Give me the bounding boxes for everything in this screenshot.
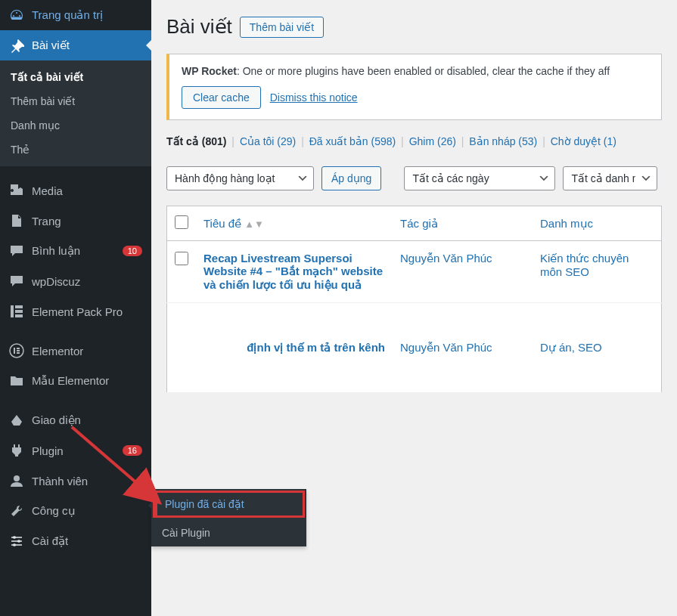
table-row: Recap Livestream Supersoi Website #4 – "… <box>167 241 662 303</box>
page-header: Bài viết Thêm bài viết <box>166 15 662 39</box>
wp-rocket-notice: WP Rocket: One or more plugins have been… <box>166 54 662 120</box>
svg-rect-5 <box>14 348 15 354</box>
svg-point-15 <box>13 543 16 546</box>
page-icon <box>9 213 24 228</box>
admin-sidebar: Trang quản trị Bài viết Tất cả bài viết … <box>0 0 151 616</box>
sidebar-item-elementor-templates[interactable]: Mẫu Elementor <box>0 366 151 396</box>
filter-published[interactable]: Đã xuất bản (598) <box>309 135 396 147</box>
sidebar-label: Cài đặt <box>32 534 142 548</box>
select-all-header <box>167 206 197 241</box>
svg-rect-8 <box>17 352 20 354</box>
author-link[interactable]: Nguyễn Văn Phúc <box>400 341 492 354</box>
filter-all[interactable]: Tất cả (801) <box>166 135 226 147</box>
comments-badge: 10 <box>123 246 142 256</box>
svg-rect-3 <box>15 314 23 317</box>
post-title-link[interactable]: Recap Livestream Supersoi Website #4 – "… <box>203 252 383 291</box>
sidebar-item-wpdiscuz[interactable]: wpDiscuz <box>0 266 151 296</box>
submenu-tags[interactable]: Thẻ <box>0 138 151 162</box>
categories-header[interactable]: Danh mục <box>533 206 662 241</box>
flyout-installed-plugins[interactable]: Plugin đã cài đặt <box>153 491 305 518</box>
sidebar-item-dashboard[interactable]: Trang quản trị <box>0 0 151 30</box>
notice-text: WP Rocket: One or more plugins have been… <box>182 65 649 77</box>
sidebar-label: Elementor <box>32 345 142 358</box>
bulk-action-select[interactable]: Hành động hàng loạt <box>166 166 314 190</box>
category-link[interactable]: Dự án, SEO <box>540 341 602 354</box>
submenu-categories[interactable]: Danh mục <box>0 113 151 138</box>
filter-pending[interactable]: Chờ duyệt (1) <box>551 135 616 147</box>
notice-actions: Clear cache Dismiss this notice <box>182 86 649 109</box>
table-controls: Hành động hàng loạt Áp dụng Tất cả các n… <box>166 166 662 190</box>
wpdiscuz-icon <box>9 274 24 289</box>
add-new-button[interactable]: Thêm bài viết <box>240 17 324 38</box>
media-icon <box>9 183 24 198</box>
author-link[interactable]: Nguyễn Văn Phúc <box>400 252 492 265</box>
date-filter-select[interactable]: Tất cả các ngày <box>404 166 555 190</box>
svg-point-9 <box>14 475 20 481</box>
sidebar-item-tools[interactable]: Công cụ <box>0 496 151 526</box>
sidebar-label: Bình luận <box>32 244 119 258</box>
author-header[interactable]: Tác giả <box>393 206 533 241</box>
posts-table: Tiêu đề▲▼ Tác giả Danh mục Recap Livestr… <box>166 206 662 393</box>
sidebar-label: wpDiscuz <box>32 275 142 288</box>
sidebar-item-pages[interactable]: Trang <box>0 206 151 236</box>
tools-icon <box>9 503 24 518</box>
sidebar-label: Element Pack Pro <box>32 305 142 318</box>
elementor-icon <box>9 343 24 358</box>
sidebar-item-appearance[interactable]: Giao diện <box>0 405 151 435</box>
sidebar-label: Media <box>32 184 142 197</box>
sidebar-item-posts[interactable]: Bài viết <box>0 30 151 60</box>
title-header[interactable]: Tiêu đề▲▼ <box>196 206 393 241</box>
sidebar-item-users[interactable]: Thành viên <box>0 466 151 496</box>
svg-rect-7 <box>17 350 20 351</box>
submenu-add-post[interactable]: Thêm bài viết <box>0 89 151 113</box>
clear-cache-button[interactable]: Clear cache <box>182 86 261 109</box>
dismiss-notice-link[interactable]: Dismiss this notice <box>270 91 358 104</box>
sidebar-label: Thành viên <box>32 475 142 488</box>
filter-mine[interactable]: Của tôi (29) <box>240 135 296 147</box>
plugin-icon <box>9 443 24 458</box>
elementpack-icon <box>9 304 24 319</box>
post-status-filters: Tất cả (801) | Của tôi (29) | Đã xuất bả… <box>166 135 662 147</box>
dashboard-icon <box>9 8 24 23</box>
sort-icon: ▲▼ <box>244 218 264 230</box>
sidebar-item-settings[interactable]: Cài đặt <box>0 526 151 556</box>
sidebar-item-media[interactable]: Media <box>0 175 151 206</box>
svg-rect-0 <box>11 305 14 317</box>
sidebar-item-elementpack[interactable]: Element Pack Pro <box>0 296 151 327</box>
post-title-link[interactable]: định vị thế m tả trên kênh <box>247 341 385 354</box>
table-row: định vị thế m tả trên kênh Nguyễn Văn Ph… <box>167 303 662 393</box>
users-icon <box>9 473 24 488</box>
sidebar-label: Bài viết <box>32 39 142 52</box>
comment-icon <box>9 243 24 258</box>
category-filter-select[interactable]: Tất cả danh m <box>563 166 657 190</box>
category-link[interactable]: Kiến thức chuyên môn SEO <box>540 252 629 278</box>
filter-draft[interactable]: Bản nháp (53) <box>469 135 537 147</box>
svg-rect-1 <box>15 305 23 308</box>
sidebar-label: Plugin <box>32 444 119 457</box>
submenu-all-posts[interactable]: Tất cả bài viết <box>0 65 151 89</box>
apply-button[interactable]: Áp dụng <box>321 166 381 190</box>
sidebar-label: Mẫu Elementor <box>32 374 142 388</box>
flyout-add-plugin[interactable]: Cài Plugin <box>151 519 306 546</box>
svg-point-13 <box>13 536 16 539</box>
sidebar-item-elementor[interactable]: Elementor <box>0 336 151 366</box>
plugins-badge: 16 <box>123 445 142 456</box>
sidebar-item-comments[interactable]: Bình luận 10 <box>0 236 151 266</box>
pin-icon <box>9 38 24 53</box>
page-title: Bài viết <box>166 15 232 39</box>
sidebar-label: Trang <box>32 215 142 228</box>
appearance-icon <box>9 413 24 428</box>
sidebar-label: Công cụ <box>32 504 142 518</box>
posts-submenu: Tất cả bài viết Thêm bài viết Danh mục T… <box>0 60 151 166</box>
plugins-flyout-menu: Plugin đã cài đặt Cài Plugin <box>151 489 306 546</box>
folder-icon <box>9 373 24 388</box>
filter-sticky[interactable]: Ghim (26) <box>409 135 456 147</box>
select-all-checkbox[interactable] <box>175 215 188 229</box>
sidebar-item-plugins[interactable]: Plugin 16 <box>0 435 151 466</box>
svg-point-14 <box>17 540 20 543</box>
row-checkbox[interactable] <box>175 252 188 265</box>
svg-rect-2 <box>15 310 23 313</box>
settings-icon <box>9 534 24 549</box>
svg-rect-6 <box>17 348 20 349</box>
sidebar-label: Giao diện <box>32 413 142 427</box>
